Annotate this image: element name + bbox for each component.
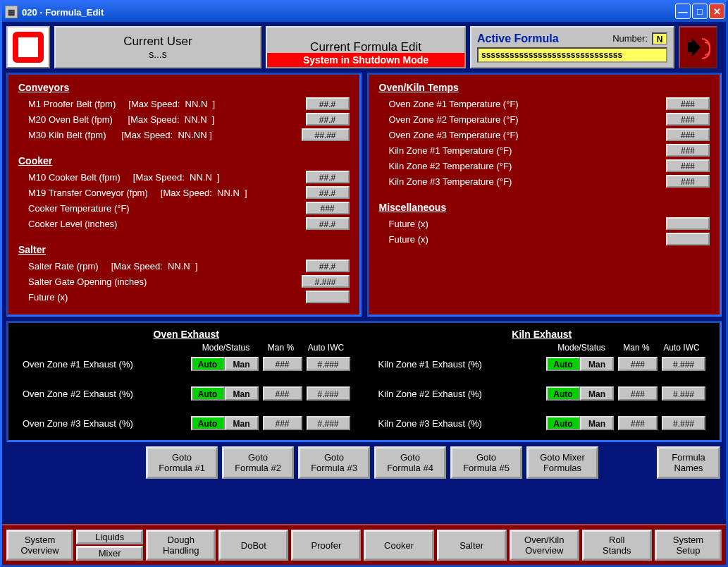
nav-dough-handling[interactable]: Dough Handling bbox=[146, 530, 216, 561]
nav-system-setup[interactable]: System Setup bbox=[655, 530, 722, 561]
man-button[interactable]: Man bbox=[580, 357, 614, 371]
param-label: M10 Cooker Belt (fpm) [Max Speed: NN.N ] bbox=[18, 172, 220, 183]
goto-formula-5[interactable]: Goto Formula #5 bbox=[450, 446, 522, 479]
nav-proofer[interactable]: Proofer bbox=[291, 530, 361, 561]
param-value[interactable]: ##.## bbox=[302, 128, 350, 141]
man-value[interactable]: ### bbox=[263, 357, 302, 371]
param-value[interactable]: ### bbox=[666, 159, 710, 172]
auto-button[interactable]: Auto bbox=[546, 386, 580, 401]
nav-mixer[interactable]: Mixer bbox=[76, 546, 143, 561]
param-value[interactable]: ### bbox=[666, 175, 710, 188]
param-value[interactable]: ### bbox=[306, 202, 350, 214]
maximize-button[interactable]: □ bbox=[692, 4, 708, 19]
man-value[interactable]: ### bbox=[618, 386, 658, 401]
auto-value[interactable]: #.### bbox=[662, 386, 705, 401]
param-label: M30 Kiln Belt (fpm) [Max Speed: NN.NN ] bbox=[18, 130, 212, 140]
active-formula-num[interactable]: N bbox=[652, 32, 667, 45]
param-value[interactable]: ### bbox=[666, 113, 710, 126]
current-user-title: Current User bbox=[123, 35, 192, 49]
misc-title: Miscellaneous bbox=[379, 202, 710, 213]
close-button[interactable]: ✕ bbox=[709, 4, 724, 19]
param-value[interactable]: ##.# bbox=[306, 113, 350, 126]
alarm-speaker-button[interactable] bbox=[679, 26, 717, 68]
salter-title: Salter bbox=[18, 244, 350, 255]
active-formula-num-label: Number: bbox=[612, 33, 648, 44]
nav-cooker[interactable]: Cooker bbox=[364, 530, 433, 561]
formula-names-button[interactable]: Formula Names bbox=[657, 446, 720, 479]
man-button[interactable]: Man bbox=[225, 416, 259, 430]
param-label: Future (x) bbox=[379, 219, 428, 229]
param-label: Oven Zone #3 Temperature (°F) bbox=[379, 130, 519, 140]
param-value[interactable] bbox=[666, 217, 710, 230]
active-formula-text[interactable]: ssssssssssssssssssssssssssssss bbox=[477, 47, 667, 63]
auto-button[interactable]: Auto bbox=[191, 386, 225, 401]
nav-dobot[interactable]: DoBot bbox=[218, 530, 288, 561]
auto-button[interactable]: Auto bbox=[546, 416, 580, 430]
param-label: M1 Proofer Belt (fpm) [Max Speed: NN.N ] bbox=[18, 99, 215, 109]
param-label: Oven Zone #2 Temperature (°F) bbox=[379, 114, 519, 125]
cooker-title: Cooker bbox=[18, 155, 350, 166]
param-label: Future (x) bbox=[379, 234, 428, 245]
auto-button[interactable]: Auto bbox=[546, 357, 580, 371]
param-value[interactable] bbox=[666, 233, 710, 245]
param-value[interactable]: #.### bbox=[302, 275, 350, 288]
formula-edit-title: Current Formula Edit bbox=[310, 40, 421, 54]
man-button[interactable]: Man bbox=[225, 386, 259, 401]
right-panel: Oven/Kiln Temps Oven Zone #1 Temperature… bbox=[367, 73, 722, 317]
param-label: Salter Rate (rpm) [Max Speed: NN.N ] bbox=[18, 261, 198, 272]
man-value[interactable]: ### bbox=[618, 416, 658, 430]
param-value[interactable] bbox=[306, 291, 350, 303]
goto-formula-1[interactable]: Goto Formula #1 bbox=[146, 446, 218, 479]
oven-kiln-title: Oven/Kiln Temps bbox=[379, 82, 710, 93]
goto-row: Goto Formula #1 Goto Formula #2 Goto For… bbox=[6, 446, 722, 479]
param-label: M19 Transfer Conveyor (fpm) [Max Speed: … bbox=[18, 188, 247, 198]
auto-value[interactable]: #.### bbox=[307, 386, 350, 401]
param-label: M20 Oven Belt (fpm) [Max Speed: NN.N ] bbox=[18, 114, 214, 125]
param-value[interactable]: ##.# bbox=[306, 260, 350, 272]
param-label: Oven Zone #1 Temperature (°F) bbox=[379, 99, 519, 109]
minimize-button[interactable]: — bbox=[675, 4, 691, 19]
param-value[interactable]: ### bbox=[666, 144, 710, 157]
goto-formula-2[interactable]: Goto Formula #2 bbox=[222, 446, 294, 479]
auto-value[interactable]: #.### bbox=[662, 357, 705, 371]
auto-value[interactable]: #.### bbox=[307, 416, 350, 430]
auto-button[interactable]: Auto bbox=[191, 416, 225, 430]
man-value[interactable]: ### bbox=[618, 357, 658, 371]
nav-roll-stands[interactable]: Roll Stands bbox=[582, 530, 652, 561]
nav-oven-kiln[interactable]: Oven/Kiln Overview bbox=[510, 530, 579, 561]
active-formula-title: Active Formula bbox=[477, 32, 559, 45]
exhaust-panel: Oven Exhaust Mode/Status Man % Auto IWC … bbox=[6, 321, 722, 442]
goto-mixer-formulas[interactable]: Goto Mixer Formulas bbox=[526, 446, 598, 479]
man-value[interactable]: ### bbox=[263, 416, 302, 430]
goto-formula-4[interactable]: Goto Formula #4 bbox=[374, 446, 446, 479]
param-label: Salter Gate Opening (inches) bbox=[18, 276, 147, 287]
titlebar[interactable]: ▦ 020 - Formula_Edit — □ ✕ bbox=[2, 2, 726, 22]
param-label: Kiln Zone #1 Temperature (°F) bbox=[379, 145, 512, 156]
auto-button[interactable]: Auto bbox=[191, 357, 225, 371]
param-value[interactable]: ### bbox=[666, 97, 710, 110]
nav-salter[interactable]: Salter bbox=[437, 530, 507, 561]
man-button[interactable]: Man bbox=[580, 386, 614, 401]
formula-edit-panel: Current Formula Edit System in Shutdown … bbox=[266, 26, 466, 68]
param-label: Kiln Zone #2 Temperature (°F) bbox=[379, 161, 512, 171]
exh-label: Kiln Zone #1 Exhaust (%) bbox=[378, 359, 482, 370]
exh-label: Oven Zone #3 Exhaust (%) bbox=[23, 418, 133, 429]
stop-button[interactable] bbox=[6, 26, 50, 68]
auto-value[interactable]: #.### bbox=[307, 357, 350, 371]
goto-formula-3[interactable]: Goto Formula #3 bbox=[298, 446, 370, 479]
exh-hdr-man: Man % bbox=[615, 343, 658, 353]
man-button[interactable]: Man bbox=[225, 357, 259, 371]
exh-hdr-mode: Mode/Status bbox=[192, 343, 260, 353]
exh-label: Oven Zone #1 Exhaust (%) bbox=[23, 359, 133, 370]
param-value[interactable]: ##.# bbox=[306, 217, 350, 230]
man-button[interactable]: Man bbox=[580, 416, 614, 430]
param-value[interactable]: ##.# bbox=[306, 186, 350, 199]
param-value[interactable]: ### bbox=[666, 128, 710, 141]
param-value[interactable]: ##.# bbox=[306, 97, 350, 110]
nav-liquids[interactable]: Liquids bbox=[76, 530, 143, 544]
nav-system-overview[interactable]: System Overview bbox=[6, 530, 73, 561]
nav-row: System Overview Liquids Mixer Dough Hand… bbox=[2, 524, 726, 565]
auto-value[interactable]: #.### bbox=[662, 416, 705, 430]
param-value[interactable]: ##.# bbox=[306, 171, 350, 183]
man-value[interactable]: ### bbox=[263, 386, 302, 401]
